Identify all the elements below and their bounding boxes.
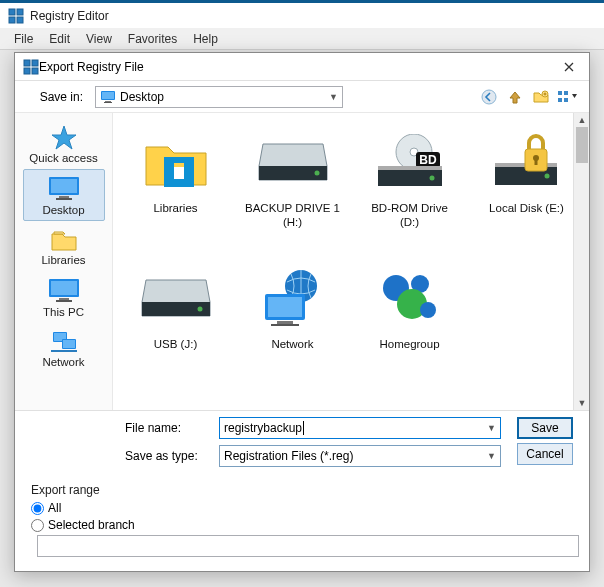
up-icon: [508, 90, 522, 104]
app-title: Registry Editor: [30, 9, 109, 23]
network-globe-icon: [254, 263, 332, 333]
drive-icon: [137, 263, 215, 333]
svg-rect-15: [558, 98, 562, 102]
item-homegroup[interactable]: Homegroup: [353, 263, 466, 395]
svg-rect-10: [105, 101, 111, 102]
place-label: Desktop: [42, 204, 84, 216]
item-label: BACKUP DRIVE 1 (H:): [245, 201, 341, 230]
view-menu-button[interactable]: [557, 87, 577, 107]
menu-help[interactable]: Help: [185, 30, 226, 48]
svg-point-44: [544, 174, 549, 179]
svg-rect-19: [51, 179, 77, 193]
svg-rect-20: [59, 196, 69, 198]
export-selected-label: Selected branch: [48, 518, 135, 532]
cancel-button[interactable]: Cancel: [517, 443, 573, 465]
item-backup-drive[interactable]: BACKUP DRIVE 1 (H:): [236, 127, 349, 259]
app-titlebar: Registry Editor: [0, 0, 604, 28]
chevron-down-icon: ▼: [487, 451, 496, 461]
item-label: USB (J:): [154, 337, 197, 351]
scroll-down-icon[interactable]: ▼: [574, 396, 589, 410]
svg-rect-54: [271, 324, 299, 326]
export-range-group: Export range All Selected branch: [15, 477, 589, 571]
caret-icon: [303, 421, 304, 435]
item-libraries[interactable]: Libraries: [119, 127, 232, 259]
svg-rect-3: [17, 17, 23, 23]
menu-favorites[interactable]: Favorites: [120, 30, 185, 48]
scroll-up-icon[interactable]: ▲: [574, 113, 589, 127]
svg-rect-53: [277, 321, 293, 324]
export-selected-radio[interactable]: Selected branch: [31, 518, 573, 532]
svg-point-12: [482, 90, 496, 104]
place-label: Quick access: [29, 152, 97, 164]
filename-input[interactable]: registrybackup ▼: [219, 417, 501, 439]
up-button[interactable]: [505, 87, 525, 107]
place-label: This PC: [43, 306, 84, 318]
svg-rect-2: [9, 17, 15, 23]
place-desktop[interactable]: Desktop: [23, 169, 105, 221]
menu-file[interactable]: File: [6, 30, 41, 48]
item-bdrom[interactable]: BD BD-ROM Drive (D:): [353, 127, 466, 259]
svg-rect-5: [32, 60, 38, 66]
network-icon: [49, 328, 79, 354]
svg-point-41: [429, 176, 434, 181]
menu-edit[interactable]: Edit: [41, 30, 78, 48]
filename-label: File name:: [125, 421, 209, 435]
dialog-title: Export Registry File: [39, 60, 557, 74]
savein-row: Save in: Desktop ▼: [15, 81, 589, 113]
export-all-radio[interactable]: All: [31, 501, 573, 515]
chevron-down-icon[interactable]: ▼: [487, 423, 496, 433]
item-usb[interactable]: USB (J:): [119, 263, 232, 395]
svg-rect-7: [32, 68, 38, 74]
scroll-thumb[interactable]: [576, 127, 588, 163]
view-icon: [557, 90, 577, 104]
monitor-icon: [100, 89, 116, 105]
item-label: Homegroup: [379, 337, 439, 351]
selected-branch-input[interactable]: [37, 535, 579, 557]
disc-drive-icon: BD: [371, 127, 449, 197]
svg-rect-1: [17, 9, 23, 15]
close-icon: [564, 62, 574, 72]
star-icon: [49, 124, 79, 150]
saveas-value: Registration Files (*.reg): [224, 449, 353, 463]
new-folder-button[interactable]: [531, 87, 551, 107]
monitor-icon: [47, 174, 81, 202]
regedit-icon: [8, 8, 24, 24]
svg-rect-32: [174, 163, 184, 167]
export-range-legend: Export range: [31, 483, 573, 497]
save-button[interactable]: Save: [517, 417, 573, 439]
savein-dropdown[interactable]: Desktop ▼: [95, 86, 343, 108]
svg-rect-24: [59, 298, 69, 300]
locked-drive-icon: [488, 127, 566, 197]
new-folder-icon: [533, 90, 549, 104]
libraries-icon: [49, 226, 79, 252]
svg-rect-29: [63, 340, 75, 348]
filename-value: registrybackup: [224, 421, 302, 435]
back-button[interactable]: [479, 87, 499, 107]
export-all-label: All: [48, 501, 61, 515]
savein-label: Save in:: [27, 90, 83, 104]
close-button[interactable]: [557, 57, 581, 77]
place-label: Network: [42, 356, 84, 368]
svg-rect-14: [558, 91, 562, 95]
svg-rect-21: [56, 198, 72, 200]
item-local-disk-e[interactable]: Local Disk (E:): [470, 127, 583, 259]
place-network[interactable]: Network: [23, 323, 105, 373]
item-network[interactable]: Network: [236, 263, 349, 395]
place-this-pc[interactable]: This PC: [23, 271, 105, 323]
places-bar: Quick access Desktop Libraries This PC N…: [15, 113, 113, 410]
menubar: File Edit View Favorites Help: [0, 28, 604, 50]
svg-rect-31: [174, 167, 184, 179]
scrollbar[interactable]: ▲ ▼: [573, 113, 589, 410]
menu-view[interactable]: View: [78, 30, 120, 48]
svg-text:BD: BD: [419, 153, 437, 167]
saveas-label: Save as type:: [125, 449, 209, 463]
place-libraries[interactable]: Libraries: [23, 221, 105, 271]
place-quick-access[interactable]: Quick access: [23, 119, 105, 169]
svg-rect-23: [51, 281, 77, 295]
export-dialog: Export Registry File Save in: Desktop ▼ …: [14, 52, 590, 572]
file-grid[interactable]: Libraries BACKUP DRIVE 1 (H:) BD BD-ROM …: [113, 113, 589, 410]
saveas-dropdown[interactable]: Registration Files (*.reg) ▼: [219, 445, 501, 467]
svg-rect-52: [268, 297, 302, 317]
item-label: Local Disk (E:): [489, 201, 564, 215]
dialog-titlebar: Export Registry File: [15, 53, 589, 81]
